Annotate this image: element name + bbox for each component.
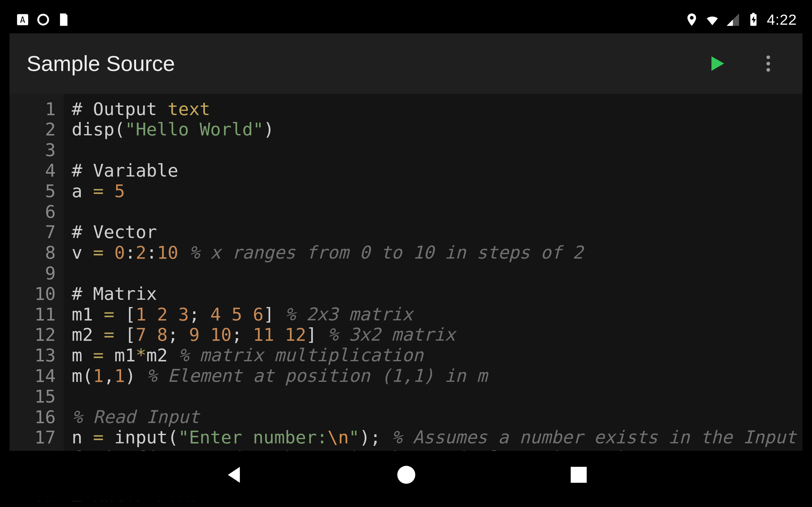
- line-number: 15: [21, 386, 56, 406]
- code-line[interactable]: m1 = [1 2 3; 4 5 6] % 2x3 matrix: [72, 303, 803, 324]
- back-button[interactable]: [222, 463, 246, 489]
- code-line[interactable]: [72, 201, 803, 222]
- android-nav-bar: [9, 451, 803, 501]
- svg-point-7: [766, 68, 770, 72]
- line-number: 2: [21, 119, 56, 139]
- line-number: 8: [21, 242, 56, 263]
- status-bar-right: 4:22: [684, 11, 797, 29]
- line-number-gutter: 1234567891011121314151617181920212223242…: [9, 94, 64, 451]
- cell-signal-icon: [726, 12, 741, 27]
- triangle-back-icon: [222, 463, 246, 487]
- line-number: 17: [21, 427, 56, 447]
- line-number: 11: [21, 303, 56, 324]
- line-number: 4: [21, 160, 56, 181]
- code-line[interactable]: [72, 263, 803, 283]
- line-number: 14: [21, 365, 56, 386]
- code-line[interactable]: # Variable: [72, 160, 803, 181]
- sd-card-icon: [56, 12, 71, 27]
- wifi-icon: [705, 12, 720, 27]
- play-icon: [706, 53, 728, 74]
- run-button[interactable]: [700, 47, 734, 81]
- circle-home-icon: [394, 463, 418, 487]
- status-bar-time: 4:22: [767, 11, 797, 29]
- app-bar-actions: [700, 47, 785, 81]
- battery-charging-icon: [746, 12, 761, 27]
- svg-point-2: [38, 14, 48, 24]
- line-number: 13: [21, 345, 56, 365]
- circle-icon: [36, 12, 51, 27]
- code-line[interactable]: m(1,1) % Element at position (1,1) in m: [72, 365, 803, 386]
- more-button[interactable]: [751, 47, 785, 81]
- svg-text:A: A: [20, 15, 25, 25]
- line-number: 7: [21, 222, 56, 242]
- location-icon: [684, 12, 699, 27]
- line-number: 10: [21, 283, 56, 304]
- page-title: Sample Source: [27, 51, 175, 76]
- code-line[interactable]: v = 0:2:10 % x ranges from 0 to 10 in st…: [72, 242, 803, 263]
- svg-point-6: [766, 62, 770, 65]
- code-line[interactable]: n = input("Enter number:\n"); % Assumes …: [72, 427, 803, 447]
- line-number: 3: [21, 139, 56, 160]
- code-line[interactable]: % Read Input: [72, 406, 803, 427]
- code-line[interactable]: # Vector: [72, 222, 803, 242]
- line-number: 5: [21, 181, 56, 201]
- line-number: 16: [21, 406, 56, 427]
- status-bar: A 4:22: [9, 6, 803, 33]
- square-recents-icon: [566, 463, 591, 487]
- app-bar: Sample Source: [9, 33, 803, 94]
- code-line[interactable]: m = m1*m2 % matrix multiplication: [72, 345, 803, 365]
- status-bar-left: A: [15, 12, 71, 27]
- code-line[interactable]: m2 = [7 8; 9 10; 11 12] % 3x2 matrix: [72, 324, 803, 345]
- line-number: 1: [21, 98, 56, 119]
- more-vert-icon: [757, 53, 779, 74]
- code-line[interactable]: disp("Hello World"): [72, 119, 803, 139]
- line-number: 6: [21, 201, 56, 222]
- svg-point-5: [766, 55, 770, 59]
- code-line[interactable]: # Matrix: [72, 283, 803, 304]
- svg-rect-4: [752, 13, 755, 14]
- line-number: 9: [21, 263, 56, 283]
- code-line[interactable]: # Output text: [72, 98, 803, 119]
- code-line[interactable]: a = 5: [72, 181, 803, 201]
- recents-button[interactable]: [566, 463, 591, 489]
- home-button[interactable]: [394, 463, 418, 489]
- code-editor[interactable]: 1234567891011121314151617181920212223242…: [9, 94, 803, 451]
- code-line[interactable]: [72, 386, 803, 406]
- line-number: 12: [21, 324, 56, 345]
- app-badge-icon: A: [15, 12, 30, 27]
- svg-rect-9: [570, 467, 586, 483]
- code-line[interactable]: [72, 139, 803, 160]
- code-area[interactable]: # Output textdisp("Hello World")# Variab…: [64, 94, 803, 451]
- svg-point-8: [397, 466, 415, 484]
